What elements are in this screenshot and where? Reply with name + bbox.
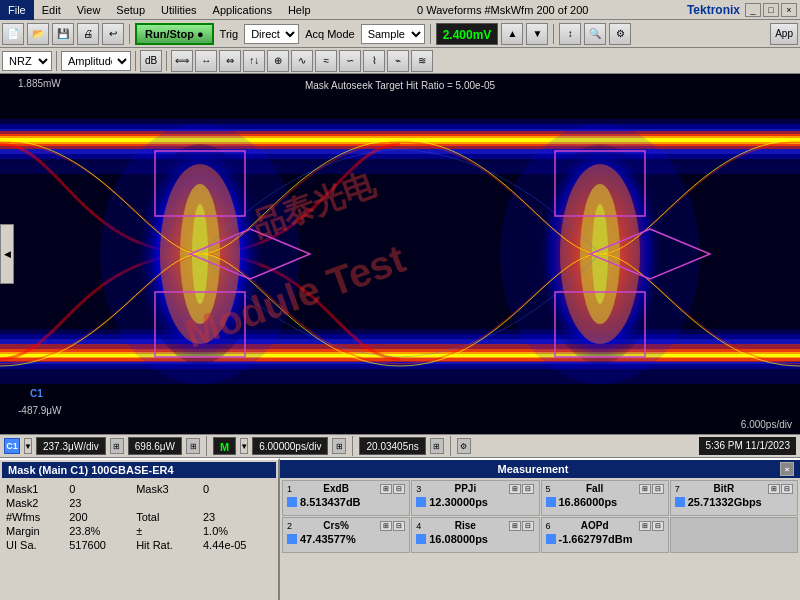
trig-dropdown[interactable]: Direct	[244, 24, 299, 44]
separator-3	[553, 24, 554, 44]
settings-button[interactable]: ⚙	[609, 23, 631, 45]
meas-icon-1a[interactable]: ⊞	[380, 484, 392, 494]
tb2-icon3[interactable]: ⇔	[219, 50, 241, 72]
menu-view[interactable]: View	[69, 0, 109, 20]
meas-num-6: 6	[546, 521, 551, 531]
table-row: Mask2 23	[2, 496, 276, 510]
meas-icon-2b[interactable]: ⊟	[393, 521, 405, 531]
run-stop-button[interactable]: Run/Stop ●	[135, 23, 214, 45]
total-label: Total	[132, 510, 199, 524]
signal-type-dropdown[interactable]: NRZ	[2, 51, 52, 71]
meas-icon-3b[interactable]: ⊟	[522, 484, 534, 494]
undo-button[interactable]: ↩	[102, 23, 124, 45]
settings-icon-sm[interactable]: ⚙	[457, 438, 471, 454]
mask1-label: Mask1	[2, 482, 65, 496]
meas-ch-indicator-6	[546, 534, 556, 544]
top-amplitude-label: 1.885mW	[18, 78, 61, 89]
menu-help[interactable]: Help	[280, 0, 319, 20]
datetime-display: 5:36 PM 11/1/2023	[699, 437, 796, 455]
meas-cell-empty	[670, 517, 798, 553]
waveform-scroll-left[interactable]: ◀	[0, 224, 14, 284]
menu-utilities[interactable]: Utilities	[153, 0, 204, 20]
meas-value-4: 16.08000ps	[429, 533, 488, 545]
offset-icon: ⊞	[186, 438, 200, 454]
cursor-button[interactable]: ↕	[559, 23, 581, 45]
voltage-down-button[interactable]: ▼	[526, 23, 548, 45]
meas-icon-7a[interactable]: ⊞	[768, 484, 780, 494]
ch-dropdown-arrow[interactable]: ▼	[24, 438, 32, 454]
margin-label: Margin	[2, 524, 65, 538]
meas-cell-7: 7 BitR ⊞ ⊟ 25.71332Gbps	[670, 480, 798, 516]
meas-icon-3a[interactable]: ⊞	[509, 484, 521, 494]
meas-icon-7b[interactable]: ⊟	[781, 484, 793, 494]
zoom-button[interactable]: 🔍	[584, 23, 606, 45]
maximize-button[interactable]: □	[763, 3, 779, 17]
channel-indicator[interactable]: C1	[4, 438, 20, 454]
pm-label: ±	[132, 524, 199, 538]
menu-edit[interactable]: Edit	[34, 0, 69, 20]
print-button[interactable]: 🖨	[77, 23, 99, 45]
meas-icon-5b[interactable]: ⊟	[652, 484, 664, 494]
tb2-icon1[interactable]: ⟺	[171, 50, 193, 72]
tb2-icon11[interactable]: ≋	[411, 50, 433, 72]
save-button[interactable]: 💾	[52, 23, 74, 45]
tb2-icon7[interactable]: ≈	[315, 50, 337, 72]
hitrat-label: Hit Rat.	[132, 538, 199, 552]
meas-label-2: Crs%	[323, 520, 349, 531]
tb2-icon5[interactable]: ⊕	[267, 50, 289, 72]
mask2-label: Mask2	[2, 496, 65, 510]
bottom-amplitude-label: -487.9μW	[18, 405, 62, 416]
meas-icon-1b[interactable]: ⊟	[393, 484, 405, 494]
meas-value-7: 25.71332Gbps	[688, 496, 762, 508]
close-button[interactable]: ×	[781, 3, 797, 17]
div-value-display: 237.3μW/div	[36, 437, 106, 455]
meas-ch-indicator-4	[416, 534, 426, 544]
meas-icon-6b[interactable]: ⊟	[652, 521, 664, 531]
voltage-up-button[interactable]: ▲	[501, 23, 523, 45]
minimize-button[interactable]: _	[745, 3, 761, 17]
meas-icon-4b[interactable]: ⊟	[522, 521, 534, 531]
new-button[interactable]: 📄	[2, 23, 24, 45]
m-label-display: M	[213, 437, 236, 455]
wfms-label: #Wfms	[2, 510, 65, 524]
display-mode-dropdown[interactable]: Amplitude	[61, 51, 131, 71]
time-div-icon: ⊞	[332, 438, 346, 454]
tektronix-logo: Tektronix	[687, 3, 745, 17]
time-div-display: 6.00000ps/div	[252, 437, 328, 455]
meas-icon-2a[interactable]: ⊞	[380, 521, 392, 531]
tb2-icon8[interactable]: ∽	[339, 50, 361, 72]
svg-rect-27	[155, 151, 245, 216]
bottom-panels: Mask (Main C1) 100GBASE-ER4 Mask1 0 Mask…	[0, 458, 800, 600]
menu-applications[interactable]: Applications	[205, 0, 280, 20]
table-row: UI Sa. 517600 Hit Rat. 4.44e-05	[2, 538, 276, 552]
meas-label-7: BitR	[714, 483, 735, 494]
acq-mode-dropdown[interactable]: Sample	[361, 24, 425, 44]
mask1-value: 0	[65, 482, 132, 496]
meas-cell-2: 2 Crs% ⊞ ⊟ 47.43577%	[282, 517, 410, 553]
tb2-icon6[interactable]: ∿	[291, 50, 313, 72]
menu-setup[interactable]: Setup	[108, 0, 153, 20]
meas-icon-5a[interactable]: ⊞	[639, 484, 651, 494]
time-val-icon: ⊞	[430, 438, 444, 454]
meas-icon-6a[interactable]: ⊞	[639, 521, 651, 531]
tb2-icon4[interactable]: ↑↓	[243, 50, 265, 72]
window-title: 0 Waveforms #MskWfm 200 of 200	[319, 4, 687, 16]
m-dropdown-arrow[interactable]: ▼	[240, 438, 248, 454]
tb2-icon10[interactable]: ⌁	[387, 50, 409, 72]
meas-panel-close[interactable]: ×	[780, 462, 794, 476]
meas-ch-indicator-1	[287, 497, 297, 507]
meas-cell-6: 6 AOPd ⊞ ⊟ -1.662797dBm	[541, 517, 669, 553]
measurement-panel: Measurement × 1 ExdB ⊞ ⊟ 8.513437dB	[280, 458, 800, 600]
secondary-toolbar: NRZ Amplitude dB ⟺ ↔ ⇔ ↑↓ ⊕ ∿ ≈ ∽ ⌇ ⌁ ≋	[0, 48, 800, 74]
margin-value: 23.8%	[65, 524, 132, 538]
meas-value-1: 8.513437dB	[300, 496, 361, 508]
db-button[interactable]: dB	[140, 50, 162, 72]
open-button[interactable]: 📂	[27, 23, 49, 45]
tb2-icon2[interactable]: ↔	[195, 50, 217, 72]
meas-ch-indicator-5	[546, 497, 556, 507]
tb2-icon9[interactable]: ⌇	[363, 50, 385, 72]
menu-file[interactable]: File	[0, 0, 34, 20]
meas-icon-4a[interactable]: ⊞	[509, 521, 521, 531]
offset-value-display: 698.6μW	[128, 437, 182, 455]
app-button[interactable]: App	[770, 23, 798, 45]
